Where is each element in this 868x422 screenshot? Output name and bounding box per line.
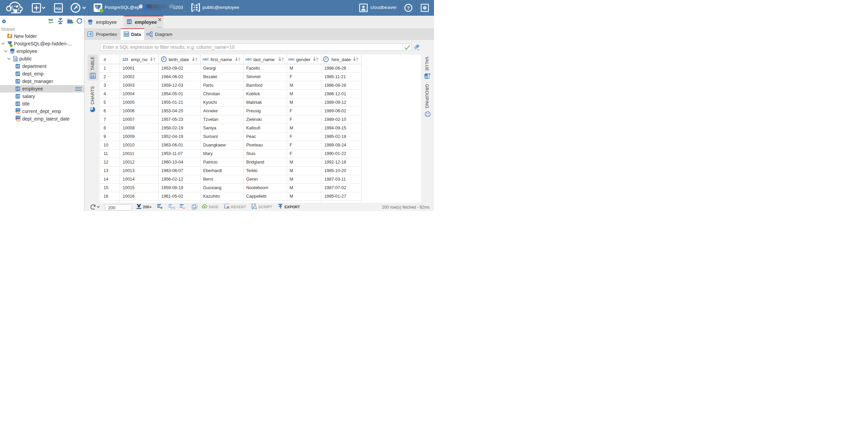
- svg-text:SQL: SQL: [55, 6, 62, 10]
- svg-text:?: ?: [407, 5, 410, 11]
- svg-text:(+): (+): [171, 206, 175, 210]
